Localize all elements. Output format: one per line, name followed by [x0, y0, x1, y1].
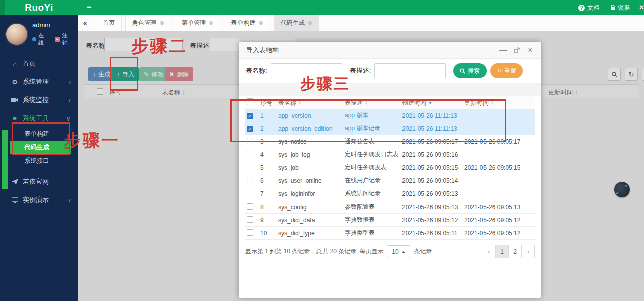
- page-size-select[interactable]: 10 ▲: [387, 245, 410, 258]
- cell-desc: 字典类型表: [345, 229, 402, 237]
- modal-table-header: 序号 表名称 ▲▼ 表描述 ▲▼ 创建时间 ▼ 更新时间 ▲▼: [245, 96, 535, 109]
- lock-screen-link[interactable]: 锁屏: [610, 4, 630, 12]
- search-button[interactable]: 搜索: [453, 63, 487, 78]
- reset-button[interactable]: ↻ 重置: [490, 63, 523, 78]
- table-row[interactable]: 4sys_job_log定时任务调度日志表2021-05-26 09:05:16…: [245, 148, 535, 161]
- logout-link[interactable]: ▸ 注销: [55, 32, 73, 47]
- close-icon[interactable]: ⊗: [159, 20, 164, 26]
- table-row[interactable]: 8sys_config参数配置表2021-05-26 09:05:132021-…: [245, 200, 535, 214]
- column-created[interactable]: 创建时间 ▼: [402, 98, 464, 107]
- modal-table-name-input[interactable]: [271, 63, 342, 78]
- table-row[interactable]: 3sys_notice通知公告表2021-05-26 09:05:172021-…: [245, 135, 535, 148]
- page-button-2[interactable]: 2: [508, 245, 522, 258]
- list-icon: ≡: [11, 115, 18, 122]
- table-row[interactable]: 6sys_user_online在线用户记录2021-05-26 09:05:1…: [245, 174, 535, 187]
- modal-table-desc-input[interactable]: [374, 63, 446, 78]
- tab-home[interactable]: 首页: [96, 15, 122, 31]
- table-row[interactable]: ✓1app_versionapp 版本2021-05-26 11:11:13-: [245, 109, 535, 122]
- column-table-name[interactable]: 表名称 ▲▼: [278, 98, 345, 107]
- cell-created: 2021-05-26 09:05:13: [402, 190, 464, 197]
- table-row[interactable]: 9sys_dict_data字典数据表2021-05-26 09:05:1220…: [245, 214, 535, 227]
- page-next-button[interactable]: ›: [521, 245, 535, 258]
- tab-scroll-left-icon[interactable]: «: [78, 15, 92, 31]
- header-right: ? 文档 锁屏: [578, 0, 630, 15]
- row-checkbox[interactable]: [247, 177, 253, 183]
- question-circle-icon: ?: [578, 5, 585, 11]
- cell-seq: 8: [260, 204, 278, 211]
- close-icon[interactable]: ⊗: [258, 20, 263, 26]
- maximize-icon[interactable]: [513, 47, 520, 54]
- cell-created: 2021-05-26 09:05:17: [402, 138, 464, 145]
- row-checkbox[interactable]: ✓: [247, 126, 253, 132]
- row-checkbox[interactable]: [247, 138, 253, 144]
- minimize-icon[interactable]: —: [500, 47, 507, 54]
- sidebar-item-system-tools[interactable]: ≡ 系统工具 ∨: [0, 109, 78, 127]
- sidebar-item-system-api[interactable]: 系统接口: [0, 154, 78, 168]
- sidebar-item-system-monitor[interactable]: 系统监控 ‹: [0, 91, 78, 109]
- sidebar-item-system-mgmt[interactable]: ⚙ 系统管理 ‹: [0, 73, 78, 91]
- lock-icon: [610, 5, 615, 11]
- row-checkbox[interactable]: [247, 229, 253, 236]
- sidebar-item-official-site[interactable]: 若依官网: [0, 173, 78, 191]
- separator: [239, 83, 541, 96]
- select-all-checkbox[interactable]: [247, 98, 253, 105]
- sidebar-item-demo[interactable]: 实例演示 ‹: [0, 191, 78, 209]
- refresh-icon: ↻: [497, 67, 502, 74]
- row-checkbox[interactable]: [247, 203, 253, 210]
- table-row[interactable]: 7sys_logininfor系统访问记录2021-05-26 09:05:13…: [245, 187, 535, 200]
- cell-desc: 字典数据表: [345, 216, 402, 224]
- online-dot-icon: [32, 37, 36, 41]
- tab-bar: « 首页 角色管理 ⊗ 菜单管理 ⊗ 表单构建 ⊗ 代码生成 ⊗: [78, 15, 644, 31]
- close-icon[interactable]: ×: [527, 47, 534, 54]
- close-icon[interactable]: ⊗: [308, 20, 312, 26]
- floating-widget[interactable]: [614, 182, 630, 197]
- top-header: RuoYi ≡ ? 文档 锁屏 ✕: [0, 0, 644, 15]
- cell-name: sys_job: [278, 164, 345, 171]
- table-row[interactable]: 10sys_dict_type字典类型表2021-05-26 09:05:112…: [245, 227, 535, 240]
- sidebar-toggle-icon[interactable]: ≡: [87, 0, 91, 15]
- cell-updated: -: [464, 112, 535, 119]
- modal-pagination: 显示第 1 到第 10 条记录，总共 20 条记录 每页显示 10 ▲ 条记录 …: [245, 245, 535, 258]
- green-dot-icon: [616, 192, 618, 194]
- table-desc-label: 表描述:: [350, 66, 371, 75]
- avatar[interactable]: [6, 24, 27, 45]
- table-row[interactable]: 5sys_job定时任务调度表2021-05-26 09:05:152021-0…: [245, 161, 535, 174]
- cell-updated: -: [464, 125, 535, 132]
- table-row[interactable]: ✓2app_version_editionapp 版本记录2021-05-26 …: [245, 122, 535, 135]
- fullscreen-icon[interactable]: ✕: [639, 0, 644, 15]
- row-checkbox[interactable]: [247, 190, 253, 196]
- page-button-1[interactable]: 1: [495, 245, 509, 258]
- sidebar: admin 在线 ▸ 注销 ⌂ 首页 ⚙ 系统管理 ‹: [0, 15, 78, 301]
- modal-header[interactable]: 导入表结构 — ×: [239, 42, 541, 59]
- column-updated[interactable]: 更新时间 ▲▼: [464, 98, 535, 107]
- cell-seq: 6: [260, 177, 278, 184]
- tab-form-build[interactable]: 表单构建 ⊗: [224, 15, 270, 31]
- row-checkbox[interactable]: [247, 151, 253, 157]
- page-buttons: ‹12›: [482, 245, 535, 258]
- cell-updated: -: [464, 190, 535, 197]
- docs-link[interactable]: ? 文档: [578, 4, 599, 12]
- tab-menu[interactable]: 菜单管理 ⊗: [175, 15, 220, 31]
- row-checkbox[interactable]: [247, 164, 253, 170]
- tab-role[interactable]: 角色管理 ⊗: [125, 15, 171, 31]
- sidebar-item-form-build[interactable]: 表单构建: [0, 127, 78, 141]
- cell-desc: 定时任务调度表: [345, 163, 402, 172]
- paper-plane-icon: [11, 179, 18, 185]
- cell-seq: 10: [260, 230, 278, 237]
- cell-created: 2021-05-26 09:05:13: [402, 204, 464, 211]
- close-icon[interactable]: ⊗: [209, 20, 213, 26]
- row-checkbox[interactable]: ✓: [247, 113, 253, 119]
- column-seq[interactable]: 序号: [260, 98, 278, 107]
- sidebar-item-home[interactable]: ⌂ 首页: [0, 55, 78, 73]
- tab-code-gen[interactable]: 代码生成 ⊗: [274, 15, 319, 31]
- chevron-down-icon: ∨: [66, 115, 71, 122]
- cell-desc: 在线用户记录: [345, 176, 402, 185]
- page-prev-button[interactable]: ‹: [482, 245, 496, 258]
- sidebar-item-code-gen[interactable]: 代码生成: [10, 141, 71, 154]
- user-panel: admin 在线 ▸ 注销: [0, 15, 78, 50]
- cell-seq: 1: [260, 112, 278, 119]
- cell-name: sys_user_online: [278, 177, 345, 184]
- online-status: 在线: [32, 32, 49, 47]
- column-table-desc[interactable]: 表描述 ▲▼: [345, 98, 402, 107]
- row-checkbox[interactable]: [247, 216, 253, 223]
